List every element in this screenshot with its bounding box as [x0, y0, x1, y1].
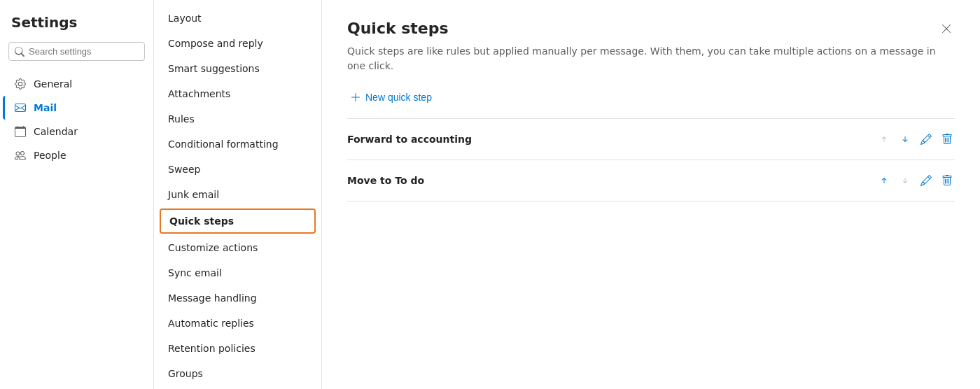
settings-item-compose-reply[interactable]: Compose and reply: [154, 31, 321, 56]
arrow-down-icon: [899, 134, 911, 145]
new-quick-step-label: New quick step: [365, 92, 432, 103]
settings-item-groups[interactable]: Groups: [154, 361, 321, 386]
sidebar-title: Settings: [0, 14, 153, 42]
settings-item-conditional-formatting[interactable]: Conditional formatting: [154, 132, 321, 157]
close-icon: [941, 23, 952, 34]
sidebar-item-label-calendar: Calendar: [34, 126, 78, 137]
settings-item-sync-email[interactable]: Sync email: [154, 260, 321, 285]
step-actions-2: [876, 173, 955, 188]
main-content: Quick steps Quick steps are like rules b…: [322, 0, 980, 389]
settings-item-retention-policies[interactable]: Retention policies: [154, 336, 321, 361]
move-down-button-2[interactable]: [897, 173, 913, 188]
settings-item-rules[interactable]: Rules: [154, 106, 321, 132]
edit-icon: [920, 175, 932, 186]
move-up-button-1[interactable]: [876, 132, 892, 147]
gear-icon: [14, 78, 27, 90]
quick-step-row-2: Move to To do: [347, 160, 955, 201]
edit-button-1[interactable]: [918, 132, 934, 147]
settings-item-junk-email[interactable]: Junk email: [154, 182, 321, 207]
page-title: Quick steps: [347, 20, 449, 37]
settings-panel: Layout Compose and reply Smart suggestio…: [154, 0, 322, 389]
sidebar-item-label-mail: Mail: [34, 102, 57, 113]
sidebar-item-people[interactable]: People: [3, 143, 150, 167]
quick-step-name-2: Move to To do: [347, 175, 424, 186]
delete-button-2[interactable]: [939, 173, 955, 188]
settings-item-customize-actions[interactable]: Customize actions: [154, 235, 321, 260]
settings-item-message-handling[interactable]: Message handling: [154, 285, 321, 311]
mail-icon: [14, 101, 27, 114]
people-icon: [14, 149, 27, 162]
plus-icon: [350, 92, 361, 103]
settings-item-quick-steps[interactable]: Quick steps: [160, 208, 316, 234]
sidebar-item-general[interactable]: General: [3, 72, 150, 96]
main-header: Quick steps: [347, 20, 955, 37]
sidebar: Settings General Mail Calendar: [0, 0, 154, 389]
quick-step-row-1: Forward to accounting: [347, 119, 955, 160]
calendar-icon: [14, 125, 27, 138]
sidebar-item-calendar[interactable]: Calendar: [3, 120, 150, 143]
main-description: Quick steps are like rules but applied m…: [347, 44, 955, 73]
quick-step-name-1: Forward to accounting: [347, 134, 472, 145]
arrow-up-icon: [878, 134, 890, 145]
search-icon: [15, 47, 24, 57]
arrow-up-icon: [878, 175, 890, 186]
settings-item-smart-suggestions[interactable]: Smart suggestions: [154, 56, 321, 81]
divider-bottom: [347, 201, 955, 201]
sidebar-item-label-people: People: [34, 150, 66, 161]
sidebar-item-mail[interactable]: Mail: [3, 96, 150, 120]
edit-button-2[interactable]: [918, 173, 934, 188]
settings-item-automatic-replies[interactable]: Automatic replies: [154, 311, 321, 336]
arrow-down-icon: [899, 175, 911, 186]
trash-icon: [941, 175, 953, 186]
search-input[interactable]: [29, 46, 139, 57]
move-down-button-1[interactable]: [897, 132, 913, 147]
close-button[interactable]: [938, 20, 955, 37]
delete-button-1[interactable]: [939, 132, 955, 147]
settings-item-layout[interactable]: Layout: [154, 6, 321, 31]
trash-icon: [941, 134, 953, 145]
search-box[interactable]: [8, 42, 145, 61]
edit-icon: [920, 134, 932, 145]
new-quick-step-button[interactable]: New quick step: [347, 87, 435, 107]
sidebar-item-label-general: General: [34, 78, 72, 90]
step-actions-1: [876, 132, 955, 147]
settings-item-attachments[interactable]: Attachments: [154, 81, 321, 106]
move-up-button-2[interactable]: [876, 173, 892, 188]
settings-item-sweep[interactable]: Sweep: [154, 157, 321, 182]
